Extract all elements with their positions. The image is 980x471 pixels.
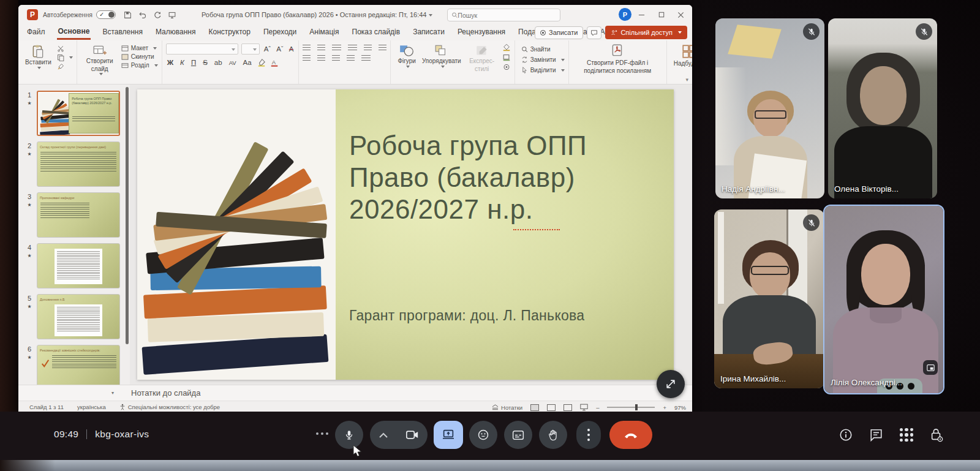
clear-formatting-button[interactable]: A: [288, 45, 295, 53]
save-icon[interactable]: [123, 10, 134, 20]
normal-view-button[interactable]: [530, 404, 539, 411]
text-direction-icon[interactable]: [379, 45, 386, 51]
tab-home[interactable]: Основне: [57, 26, 91, 40]
zoom-out-button[interactable]: –: [596, 404, 599, 411]
text-shadow-button[interactable]: ab: [213, 59, 224, 66]
thumbnail-item[interactable]: 3★ Пропоновані кафедри: [22, 192, 130, 238]
tab-slideshow[interactable]: Показ слайдів: [351, 26, 402, 39]
account-avatar[interactable]: P: [619, 8, 631, 21]
arrange-button[interactable]: Упорядкувати: [419, 43, 464, 69]
zoom-level[interactable]: 97%: [674, 404, 686, 411]
slide-canvas[interactable]: Робоча група ОПП Право (бакалавр) 2026/2…: [137, 89, 674, 380]
close-button[interactable]: [670, 5, 691, 24]
tab-transitions[interactable]: Переходи: [262, 26, 298, 39]
expand-presentation-button[interactable]: [657, 370, 685, 398]
section-button[interactable]: Розділ: [121, 62, 158, 69]
align-center-icon[interactable]: [317, 55, 325, 61]
addins-button[interactable]: Надбудови: [671, 59, 692, 69]
new-slide-button[interactable]: Створити слайд: [81, 43, 119, 76]
columns-icon[interactable]: [361, 55, 371, 61]
shapes-button[interactable]: Фігури: [394, 43, 419, 69]
underline-button[interactable]: П: [190, 59, 197, 66]
end-call-button[interactable]: [609, 421, 652, 449]
search-field[interactable]: [458, 12, 556, 19]
justify-icon[interactable]: [347, 55, 355, 61]
copy-button[interactable]: [57, 54, 73, 61]
notes-placeholder[interactable]: Нотатки до слайда: [131, 388, 200, 398]
participant-tile[interactable]: Олена Вікторів...: [828, 18, 937, 198]
comments-button[interactable]: [587, 26, 601, 39]
tab-insert[interactable]: Вставлення: [101, 26, 144, 39]
thumbnail-item[interactable]: 6★ Рекомендації зовнішніх стейкхолдерів:: [22, 345, 130, 390]
italic-button[interactable]: К: [179, 59, 186, 66]
grow-font-button[interactable]: Aˆ: [263, 45, 273, 53]
notes-bar[interactable]: ▾ Нотатки до слайда: [18, 385, 692, 401]
create-pdf-button[interactable]: Створити PDF-файл і поділитися посилання…: [571, 58, 663, 75]
thumbnail-item[interactable]: 4★: [22, 243, 130, 288]
tab-file[interactable]: Файл: [26, 26, 47, 39]
strikethrough-button[interactable]: S: [202, 59, 209, 66]
accessibility-status[interactable]: Спеціальні можливості: усе добре: [128, 404, 220, 410]
mic-button[interactable]: [335, 421, 363, 449]
minimize-button[interactable]: [631, 5, 652, 24]
collapse-ribbon-icon[interactable]: ▾: [685, 77, 688, 83]
change-case-button[interactable]: Aa: [242, 59, 253, 66]
slide-subtitle[interactable]: Гарант програми: доц. Л. Панькова: [349, 307, 584, 324]
find-button[interactable]: Знайти: [521, 46, 565, 53]
shape-outline-icon[interactable]: [502, 53, 511, 61]
maximize-button[interactable]: [651, 5, 672, 24]
line-spacing-icon[interactable]: [364, 45, 372, 51]
participant-tile-active[interactable]: Лілія Олександрі...: [823, 205, 944, 394]
activities-grid-icon[interactable]: [900, 428, 913, 442]
tab-record[interactable]: Записати: [412, 26, 446, 39]
camera-icon[interactable]: [406, 430, 418, 440]
reactions-button[interactable]: [469, 421, 497, 449]
font-size-select[interactable]: [241, 43, 260, 55]
picture-in-picture-icon[interactable]: [923, 360, 938, 375]
host-controls-lock-icon[interactable]: [930, 428, 943, 442]
bold-button[interactable]: Ж: [166, 59, 175, 66]
shrink-font-button[interactable]: Aˇ: [275, 45, 285, 53]
bullets-icon[interactable]: [303, 45, 311, 51]
numbering-icon[interactable]: [317, 45, 325, 51]
font-name-select[interactable]: [166, 43, 238, 55]
align-right-icon[interactable]: [332, 55, 340, 61]
slide-count-status[interactable]: Слайд 1 з 11: [29, 404, 64, 410]
format-painter-button[interactable]: [57, 63, 73, 70]
zoom-slider-handle[interactable]: [635, 404, 638, 410]
tab-animations[interactable]: Анімація: [308, 26, 340, 39]
slide-title[interactable]: Робоча група ОПП Право (бакалавр) 2026/2…: [349, 130, 655, 225]
thumbnail-item[interactable]: 1★ Робоча група ОПП Право (бакалавр) 202…: [22, 91, 130, 136]
shape-fill-icon[interactable]: [502, 43, 511, 51]
present-screen-button[interactable]: [434, 421, 463, 449]
more-options-button[interactable]: [576, 421, 601, 449]
notes-toggle-button[interactable]: Нотатки: [492, 404, 522, 411]
language-status[interactable]: українська: [77, 404, 106, 410]
cut-button[interactable]: [57, 45, 73, 52]
tab-review[interactable]: Рецензування: [456, 26, 507, 39]
character-spacing-button[interactable]: AV: [228, 59, 238, 66]
decrease-indent-icon[interactable]: [332, 45, 341, 51]
slideshow-view-button[interactable]: [580, 404, 588, 411]
participant-tile[interactable]: Ірина Михайлів...: [714, 209, 824, 388]
font-color-button[interactable]: A: [270, 58, 279, 67]
paste-button[interactable]: Вставити: [22, 43, 55, 70]
align-left-icon[interactable]: [303, 55, 311, 61]
undo-icon[interactable]: [137, 10, 148, 20]
select-button[interactable]: Виділити: [521, 67, 565, 73]
redo-icon[interactable]: [152, 10, 163, 20]
zoom-in-button[interactable]: +: [663, 404, 666, 411]
reset-button[interactable]: Скинути: [121, 53, 158, 60]
quick-styles-button[interactable]: Експрес-стилі: [464, 43, 500, 73]
layout-button[interactable]: Макет: [121, 45, 158, 51]
autosave-toggle[interactable]: ✓: [96, 10, 116, 19]
zoom-slider[interactable]: [607, 407, 655, 408]
reading-view-button[interactable]: [564, 404, 572, 411]
slideshow-icon[interactable]: [167, 10, 178, 20]
document-title[interactable]: Робоча група ОПП Право (бакалавр) 2026 •…: [202, 11, 433, 18]
more-audio-options-icon[interactable]: [316, 432, 328, 435]
thumbnail-item[interactable]: 5★ Доповнення п.Б: [22, 294, 130, 339]
chevron-up-icon[interactable]: [379, 432, 388, 438]
raise-hand-button[interactable]: [539, 421, 567, 449]
replace-button[interactable]: Замінити: [521, 56, 565, 63]
